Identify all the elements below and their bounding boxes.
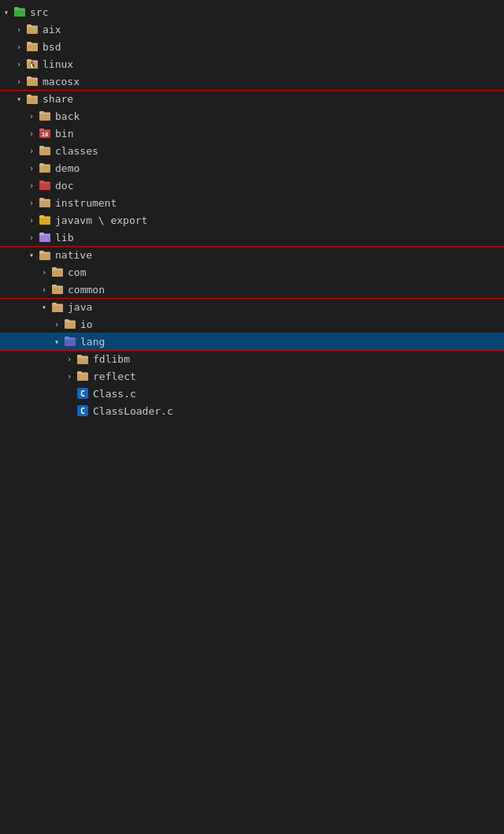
tree-item-label-javavm: javavm \ export (55, 214, 498, 226)
tree-item-class_c[interactable]: C Class.c (0, 385, 504, 402)
chevron-collapsed-icon[interactable] (50, 318, 63, 330)
folder-javavm-icon (38, 213, 52, 227)
tree-item-com[interactable]: com (0, 263, 504, 281)
tree-item-src[interactable]: src (0, 3, 504, 20)
chevron-collapsed-icon[interactable] (13, 40, 25, 53)
chevron-expanded-icon[interactable] (38, 301, 50, 314)
folder-yellow-icon (50, 265, 65, 279)
folder-doc-icon (38, 178, 52, 192)
chevron-collapsed-icon[interactable] (13, 75, 25, 87)
tree-item-javavm[interactable]: javavm \ export (0, 211, 504, 229)
chevron-collapsed-icon[interactable] (63, 370, 76, 382)
tree-item-classes[interactable]: classes (0, 142, 504, 159)
chevron-expanded-icon[interactable] (50, 335, 63, 348)
folder-yellow-icon (38, 143, 52, 158)
tree-item-label-bin: bin (55, 128, 498, 140)
tree-item-common[interactable]: common (0, 281, 504, 298)
folder-yellow-icon (50, 282, 65, 296)
tree-item-label-instrument: instrument (55, 197, 498, 209)
tree-item-io[interactable]: io (0, 315, 504, 333)
folder-yellow-icon (25, 22, 39, 36)
tree-item-label-class_c: Class.c (93, 388, 498, 400)
chevron-collapsed-icon[interactable] (63, 353, 76, 366)
tree-item-instrument[interactable]: instrument (0, 194, 504, 211)
folder-yellow-icon (38, 161, 52, 175)
folder-yellow-icon (25, 92, 39, 106)
folder-yellow-icon (25, 74, 39, 88)
tree-item-label-classloader_c: ClassLoader.c (93, 405, 498, 417)
chevron-collapsed-icon[interactable] (13, 23, 25, 35)
tree-item-label-lang: lang (80, 336, 498, 348)
tree-item-label-classes: classes (55, 145, 498, 157)
chevron-collapsed-icon[interactable] (25, 162, 38, 174)
tree-item-label-doc: doc (55, 180, 498, 192)
tree-item-label-lib: lib (55, 232, 498, 244)
tree-item-reflect[interactable]: reflect (0, 367, 504, 385)
chevron-expanded-icon[interactable] (0, 6, 13, 18)
chevron-expanded-icon[interactable] (13, 93, 25, 106)
tree-item-bsd[interactable]: bsd (0, 38, 504, 55)
tree-item-demo[interactable]: demo (0, 159, 504, 177)
tree-item-label-demo: demo (55, 162, 498, 174)
tree-item-label-linux: linux (43, 58, 498, 70)
tree-item-classloader_c[interactable]: C ClassLoader.c (0, 402, 504, 419)
tree-item-label-back: back (55, 110, 498, 122)
folder-yellow-icon (25, 39, 39, 54)
chevron-collapsed-icon[interactable] (13, 58, 25, 70)
tree-item-label-com: com (68, 266, 498, 278)
chevron-collapsed-icon[interactable] (25, 196, 38, 209)
tree-item-macosx[interactable]: macosx (0, 73, 504, 90)
folder-green-icon (13, 5, 27, 19)
tree-item-lang[interactable]: lang (0, 333, 504, 350)
folder-bin-icon: 10 (38, 126, 52, 140)
folder-yellow-icon (50, 300, 65, 315)
tree-item-label-src: src (30, 6, 498, 18)
tree-item-bin[interactable]: 10 bin (0, 125, 504, 142)
folder-lib-icon (38, 230, 52, 244)
tree-item-native[interactable]: native (0, 246, 504, 263)
tree-item-label-common: common (68, 284, 498, 296)
folder-yellow-icon (38, 195, 52, 210)
tree-item-label-java: java (68, 301, 498, 313)
folder-yellow-icon (38, 248, 52, 262)
tree-item-doc[interactable]: doc (0, 177, 504, 194)
tree-item-label-share: share (43, 93, 498, 105)
tree-item-lib[interactable]: lib (0, 229, 504, 246)
chevron-collapsed-icon[interactable] (25, 110, 38, 122)
folder-yellow-icon (63, 317, 77, 331)
chevron-collapsed-icon[interactable] (25, 144, 38, 157)
tree-item-aix[interactable]: aix (0, 20, 504, 38)
folder-linux-icon: 🐧 (25, 57, 39, 71)
chevron-collapsed-icon[interactable] (25, 179, 38, 192)
folder-yellow-icon (38, 109, 52, 123)
folder-yellow-icon (76, 369, 90, 383)
tree-item-label-io: io (80, 318, 498, 330)
c-file-icon: C (76, 386, 90, 400)
chevron-collapsed-icon[interactable] (25, 214, 38, 226)
chevron-collapsed-icon[interactable] (25, 127, 38, 140)
tree-item-share[interactable]: share (0, 90, 504, 107)
chevron-collapsed-icon[interactable] (38, 266, 50, 278)
tree-item-label-bsd: bsd (43, 41, 498, 53)
tree-item-label-reflect: reflect (93, 370, 498, 382)
folder-yellow-icon (76, 352, 90, 367)
tree-item-label-aix: aix (43, 24, 498, 35)
tree-item-label-native: native (55, 249, 498, 261)
tree-item-label-macosx: macosx (43, 76, 498, 87)
svg-text:C: C (80, 407, 85, 415)
chevron-expanded-icon[interactable] (25, 249, 38, 262)
tree-item-label-fdlibm: fdlibm (93, 353, 498, 365)
svg-text:10: 10 (42, 132, 48, 138)
folder-lang-icon (63, 334, 77, 348)
c-file-icon: C (76, 404, 90, 418)
file-tree: src aix bsd 🐧 linux macosx share back 10… (0, 0, 504, 423)
tree-item-back[interactable]: back (0, 107, 504, 125)
svg-text:C: C (80, 389, 85, 398)
chevron-collapsed-icon[interactable] (25, 231, 38, 244)
tree-item-java[interactable]: java (0, 298, 504, 315)
tree-item-fdlibm[interactable]: fdlibm (0, 350, 504, 367)
tree-item-linux[interactable]: 🐧 linux (0, 55, 504, 73)
svg-text:🐧: 🐧 (28, 61, 36, 69)
chevron-collapsed-icon[interactable] (38, 283, 50, 296)
